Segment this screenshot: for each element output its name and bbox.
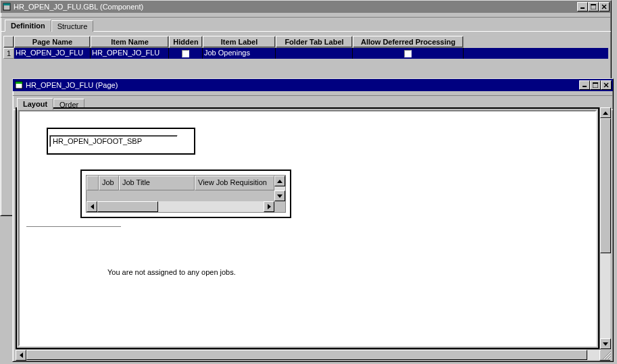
hscroll-thumb[interactable] [26,350,587,360]
subpage-box[interactable]: HR_OPEN_JOFOOT_SBP [47,128,195,155]
page-client: HR_OPEN_JOFOOT_SBP Job Job Title View Jo… [16,107,610,349]
page-titlebar[interactable]: HR_OPEN_JO_FLU (Page) [13,79,613,91]
component-grid: Page Name Item Name Hidden Item Label Fo… [3,36,608,59]
size-grip-icon[interactable] [601,349,612,360]
minimize-button[interactable] [577,2,588,11]
checkbox-icon[interactable] [182,50,189,57]
hscroll-thumb[interactable] [97,201,158,212]
component-tabs: Definition Structure [1,17,611,32]
subpage-name-field[interactable]: HR_OPEN_JOFOOT_SBP [49,135,178,147]
grid-col-view-req[interactable]: View Job Requisition [195,176,274,190]
empty-message: You are not assigned to any open jobs. [107,268,236,276]
checkbox-icon[interactable] [404,50,412,57]
scroll-down-icon[interactable] [274,190,285,201]
cell-folder-tab [276,48,353,59]
cell-item-label: Job Openings [203,48,276,59]
table-row[interactable]: 1 HR_OPEN_JO_FLU HR_OPEN_JO_FLU Job Open… [3,48,608,59]
scroll-down-icon[interactable] [600,338,611,349]
page-hscroll[interactable] [16,349,610,360]
cell-item-name: HR_OPEN_JO_FLU [91,48,169,59]
minimize-button[interactable] [579,80,590,90]
svg-rect-1 [3,3,10,5]
cell-hidden[interactable] [169,48,203,59]
svg-rect-8 [16,82,22,84]
divider [26,226,121,228]
inner-grid: Job Job Title View Job Requisition [86,175,286,213]
tab-definition[interactable]: Definition [5,20,51,32]
page-border: HR_OPEN_JOFOOT_SBP Job Job Title View Jo… [16,107,599,349]
grid-hscroll[interactable] [87,201,274,212]
component-titlebar[interactable]: HR_OPEN_JO_FLU.GBL (Component) [1,1,611,13]
window-icon [2,2,11,11]
scroll-right-icon[interactable] [264,201,274,212]
column-item-name[interactable]: Item Name [91,36,169,48]
column-item-label[interactable]: Item Label [203,36,276,48]
component-title: HR_OPEN_JO_FLU.GBL (Component) [14,3,577,11]
maximize-button[interactable] [588,2,599,11]
window-icon [14,80,24,90]
column-hidden[interactable]: Hidden [169,36,203,48]
grid-col-job-title[interactable]: Job Title [119,176,195,190]
column-rownum[interactable] [3,36,14,48]
page-title: HR_OPEN_JO_FLU (Page) [26,81,579,89]
scroll-left-icon[interactable] [87,201,97,212]
close-button[interactable] [601,80,612,90]
grid-control[interactable]: Job Job Title View Job Requisition [80,170,291,218]
cell-page-name: HR_OPEN_JO_FLU [14,48,91,59]
close-button[interactable] [599,2,610,11]
column-page-name[interactable]: Page Name [14,36,91,48]
tab-structure[interactable]: Structure [51,20,94,32]
maximize-button[interactable] [590,80,601,90]
column-allow-deferred[interactable]: Allow Deferred Processing [353,36,464,48]
row-number: 1 [3,48,14,59]
cell-allow-deferred[interactable] [353,48,464,59]
grid-col-selector[interactable] [87,176,99,190]
grid-col-job[interactable]: Job [99,176,119,190]
tab-layout[interactable]: Layout [17,98,53,110]
scroll-up-icon[interactable] [600,107,611,118]
grid-vscroll[interactable] [274,176,285,201]
page-vscroll[interactable] [599,107,610,349]
vscroll-thumb[interactable] [600,118,611,253]
scroll-up-icon[interactable] [274,176,285,186]
page-window: HR_OPEN_JO_FLU (Page) Layout Order HR_OP… [12,78,614,362]
column-folder-tab[interactable]: Folder Tab Label [276,36,353,48]
page-canvas[interactable]: HR_OPEN_JOFOOT_SBP Job Job Title View Jo… [18,110,597,346]
scroll-left-icon[interactable] [16,350,26,361]
